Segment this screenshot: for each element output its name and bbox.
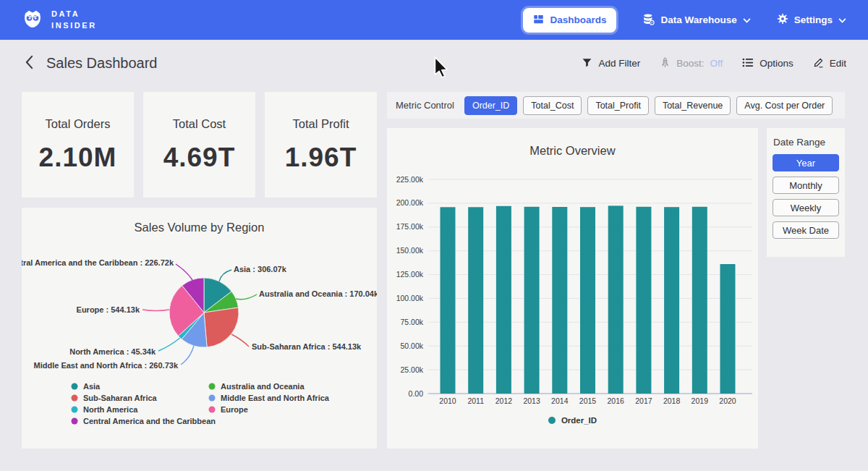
y-tick-label: 50.00k: [400, 341, 423, 350]
date-range-button-weekly[interactable]: Weekly: [773, 199, 839, 216]
bar-2017[interactable]: [636, 207, 651, 394]
pie-label-line-central-america-and-the-caribbean: [176, 264, 192, 280]
legend-label: Central America and the Caribbean: [83, 417, 216, 425]
settings-menu[interactable]: Settings: [777, 13, 846, 27]
edit-button[interactable]: Edit: [813, 57, 846, 70]
y-tick-label: 75.00k: [400, 318, 423, 326]
bar-legend[interactable]: Order_ID: [387, 416, 758, 425]
legend-dot: [548, 417, 556, 424]
options-label: Options: [760, 58, 793, 69]
pie-label-line-europe: [142, 310, 169, 311]
pie-slice-sub-saharan-africa[interactable]: [204, 307, 239, 347]
bar-2013[interactable]: [524, 207, 540, 394]
bar-2018[interactable]: [664, 207, 679, 394]
bar-panel: Metric Overview 0.0025.00k50.00k75.00k10…: [387, 128, 758, 449]
kpi-card-total-profit: Total Profit1.96T: [265, 92, 377, 198]
metric-button-avg-cost-per-order[interactable]: Avg. Cost per Order: [736, 96, 833, 115]
date-range-button-monthly[interactable]: Monthly: [773, 177, 839, 194]
date-range-button-week-date[interactable]: Week Date: [773, 221, 839, 239]
pie-label-line-australia-and-oceania: [236, 294, 257, 300]
pie-panel: Sales Volume by Region Asia : 306.07kAus…: [22, 208, 377, 449]
back-button[interactable]: [22, 52, 37, 75]
kpi-card-total-orders: Total Orders2.10M: [22, 92, 134, 198]
pie-label-australia-and-oceania: Australia and Oceania : 170.04k: [259, 289, 377, 298]
date-range-panel: Date Range YearMonthlyWeeklyWeek Date: [767, 128, 845, 257]
pie-label-line-middle-east-and-north-africa: [181, 346, 194, 365]
owl-logo-icon: [22, 8, 43, 33]
metric-control-label: Metric Control: [396, 100, 454, 111]
brand-line-1: DATA: [51, 9, 97, 20]
legend-label: Asia: [83, 382, 101, 391]
chevron-left-icon: [25, 55, 34, 72]
legend-dot: [72, 418, 78, 425]
pie-legend-item-sub-saharan-africa[interactable]: Sub-Saharan Africa: [72, 394, 158, 402]
database-icon: [642, 13, 655, 27]
bar-2019[interactable]: [692, 207, 707, 394]
pie-label-north-america: North America : 45.34k: [69, 347, 156, 356]
x-tick-label: 2012: [495, 396, 513, 405]
metric-button-total-profit[interactable]: Total_Profit: [587, 96, 649, 115]
pie-label-europe: Europe : 544.13k: [77, 305, 140, 314]
legend-label: Sub-Saharan Africa: [83, 394, 158, 402]
pie-label-line-asia: [219, 270, 231, 281]
date-buttons: YearMonthlyWeeklyWeek Date: [767, 154, 845, 239]
edit-label: Edit: [830, 58, 846, 69]
pie-legend-item-central-america-and-the-caribbean[interactable]: Central America and the Caribbean: [72, 417, 216, 425]
pie-legend-item-europe[interactable]: Europe: [209, 405, 248, 414]
dashboards-button[interactable]: Dashboards: [523, 8, 616, 33]
kpi-value: 4.69T: [163, 143, 236, 173]
date-range-button-year[interactable]: Year: [773, 154, 839, 171]
pie-legend-item-middle-east-and-north-africa[interactable]: Middle East and North Africa: [209, 394, 330, 402]
y-tick-label: 200.00k: [396, 198, 424, 207]
data-warehouse-menu[interactable]: Data Warehouse: [642, 13, 750, 27]
pencil-icon: [813, 57, 824, 70]
x-tick-label: 2018: [663, 396, 681, 405]
bar-title: Metric Overview: [387, 128, 758, 158]
x-tick-label: 2011: [467, 396, 484, 405]
page-title: Sales Dashboard: [46, 55, 157, 72]
pie-legend-item-australia-and-oceania[interactable]: Australia and Oceania: [209, 382, 305, 391]
bar-chart: 0.0025.00k50.00k75.00k100.00k125.00k150.…: [387, 128, 758, 449]
bar-2010[interactable]: [441, 207, 456, 394]
settings-label: Settings: [794, 14, 833, 25]
list-icon: [742, 58, 754, 69]
date-range-label: Date Range: [767, 128, 845, 154]
y-tick-label: 150.00k: [396, 246, 424, 255]
y-tick-label: 225.00k: [396, 175, 424, 184]
bar-2011[interactable]: [468, 207, 483, 394]
legend-dot: [209, 395, 216, 402]
legend-label: North America: [83, 405, 138, 414]
kpi-card-total-cost: Total Cost4.69T: [143, 92, 255, 198]
pie-legend-item-asia[interactable]: Asia: [72, 382, 101, 391]
metric-button-total-cost[interactable]: Total_Cost: [523, 96, 582, 115]
bar-2014[interactable]: [552, 207, 567, 394]
metric-button-order-id[interactable]: Order_ID: [464, 96, 517, 115]
legend-label: Australia and Oceania: [221, 382, 305, 391]
boost-toggle[interactable]: Boost: Off: [660, 56, 723, 71]
chevron-down-icon: [743, 14, 751, 25]
app-window: { "nav": { "brand_line1": "DATA", "brand…: [0, 0, 868, 471]
options-button[interactable]: Options: [742, 58, 793, 69]
bar-2015[interactable]: [580, 207, 595, 394]
legend-dot: [72, 395, 78, 402]
filter-icon: [582, 57, 592, 70]
bar-2016[interactable]: [608, 205, 624, 394]
pie-label-line-sub-saharan-africa: [231, 334, 249, 347]
bar-2020[interactable]: [720, 264, 736, 394]
dashboards-grid-icon: [533, 14, 544, 27]
add-filter-button[interactable]: Add Filter: [582, 57, 640, 70]
legend-dot: [209, 407, 216, 413]
brand: DATA INSIDER: [22, 8, 97, 33]
kpi-row: Total Orders2.10MTotal Cost4.69TTotal Pr…: [22, 92, 377, 198]
x-tick-label: 2010: [439, 396, 456, 405]
kpi-value: 1.96T: [285, 143, 357, 173]
kpi-label: Total Cost: [173, 117, 226, 131]
rocket-icon: [660, 56, 671, 71]
bar-2012[interactable]: [496, 206, 511, 394]
x-tick-label: 2020: [719, 396, 736, 405]
metric-button-total-revenue[interactable]: Total_Revenue: [655, 96, 731, 115]
pie-legend-item-north-america[interactable]: North America: [72, 405, 139, 414]
pie-label-central-america-and-the-caribbean: Central America and the Caribbean : 226.…: [22, 258, 174, 267]
legend-label: Middle East and North Africa: [221, 394, 330, 402]
nav-menu: Dashboards Data Warehouse: [523, 8, 846, 33]
